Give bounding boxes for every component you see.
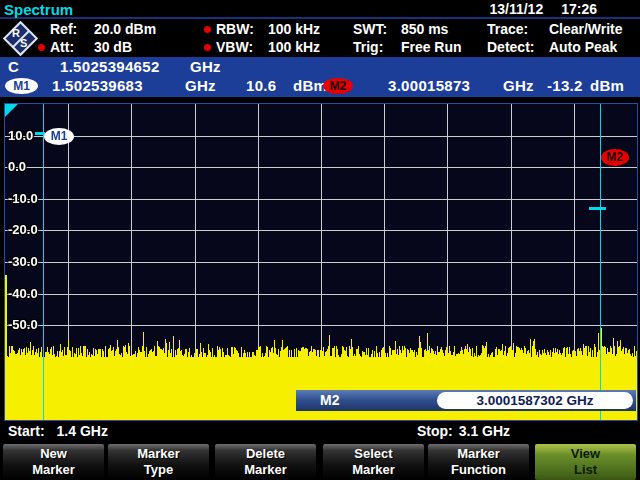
trigger-field: Trig: Free Run bbox=[353, 39, 462, 57]
y-axis-label: -30.0 bbox=[8, 254, 38, 270]
stop-frequency: Stop:3.1 GHz bbox=[417, 423, 510, 439]
frequency-axis-row: Start:1.4 GHz Stop:3.1 GHz bbox=[0, 421, 640, 442]
view-list-button[interactable]: View List bbox=[535, 444, 636, 480]
marker2-graph-handle[interactable]: M2 bbox=[601, 149, 629, 166]
trace1-corner-icon bbox=[5, 104, 18, 117]
rohde-schwarz-logo-icon: RS bbox=[3, 21, 39, 57]
coupled-dot-icon bbox=[38, 44, 45, 51]
title-bar: Spectrum 13/11/1217:26 bbox=[0, 0, 640, 19]
marker2-freq: 3.00015873 bbox=[388, 77, 470, 94]
coupled-dot-icon bbox=[204, 26, 211, 33]
new-marker-button[interactable]: New Marker bbox=[3, 444, 104, 480]
select-marker-button[interactable]: Select Marker bbox=[323, 444, 424, 480]
marker-entry-box: M2 3.0001587302 GHz bbox=[296, 390, 636, 411]
center-freq-label: C bbox=[8, 58, 19, 75]
marker1-level: 10.6 bbox=[246, 77, 276, 94]
spectrum-graph[interactable]: 10.00.0-10.0-20.0-30.0-40.0-50.0 M1 M2 bbox=[4, 103, 638, 421]
delete-marker-button[interactable]: Delete Marker bbox=[215, 444, 316, 480]
page-title: Spectrum bbox=[4, 1, 73, 18]
marker-readout-bar: C 1.5025394652 GHz M1 1.502539683 GHz 10… bbox=[0, 57, 640, 97]
attenuation-field: Att: 30 dB bbox=[50, 39, 132, 57]
marker2-freq-unit: GHz bbox=[503, 77, 534, 94]
vbw-field: VBW: 100 kHz bbox=[216, 39, 320, 57]
marker1-graph-handle[interactable]: M1 bbox=[44, 128, 74, 145]
marker1-badge: M1 bbox=[5, 78, 38, 94]
y-axis-label: 0.0 bbox=[8, 159, 26, 175]
y-axis-label: -50.0 bbox=[8, 317, 38, 333]
marker-function-button[interactable]: Marker Function bbox=[428, 444, 529, 480]
marker2-level-unit: dBm bbox=[590, 77, 624, 94]
entry-box-label: M2 bbox=[320, 392, 339, 408]
time-label: 17:26 bbox=[561, 1, 597, 17]
ref-level-field: Ref: 20.0 dBm bbox=[50, 21, 156, 39]
swt-field: SWT: 850 ms bbox=[353, 21, 448, 39]
trace-mode-field: Trace: Clear/Write bbox=[487, 21, 623, 39]
start-frequency: Start:1.4 GHz bbox=[8, 423, 108, 439]
settings-panel: RS Ref: 20.0 dBm RBW: 100 kHz SWT: 850 m… bbox=[0, 21, 640, 57]
date-label: 13/11/12 bbox=[489, 1, 543, 17]
marker2-level: -13.2 bbox=[547, 77, 583, 94]
y-axis-label: -10.0 bbox=[8, 191, 38, 207]
y-axis-label: -20.0 bbox=[8, 222, 38, 238]
marker1-freq: 1.502539683 bbox=[52, 77, 143, 94]
marker2-badge: M2 bbox=[323, 78, 353, 94]
center-freq-unit: GHz bbox=[190, 58, 221, 75]
marker-frequency-input[interactable]: 3.0001587302 GHz bbox=[437, 392, 633, 409]
marker-type-button[interactable]: Marker Type bbox=[108, 444, 209, 480]
center-freq-value: 1.5025394652 bbox=[60, 58, 160, 75]
marker2-level-dash bbox=[589, 207, 606, 210]
marker1-freq-unit: GHz bbox=[185, 77, 216, 94]
y-axis-label: -40.0 bbox=[8, 286, 38, 302]
spectrum-analyzer-screen: Spectrum 13/11/1217:26 RS Ref: 20.0 dBm … bbox=[0, 0, 640, 480]
rbw-field: RBW: 100 kHz bbox=[216, 21, 320, 39]
spectrum-trace-canvas[interactable] bbox=[5, 104, 637, 420]
coupled-dot-icon bbox=[204, 44, 211, 51]
softkey-bar: New Marker Marker Type Delete Marker Sel… bbox=[0, 443, 640, 480]
y-axis-label: 10.0 bbox=[8, 128, 33, 144]
datetime: 13/11/1217:26 bbox=[471, 1, 597, 17]
detector-field: Detect: Auto Peak bbox=[487, 39, 617, 57]
